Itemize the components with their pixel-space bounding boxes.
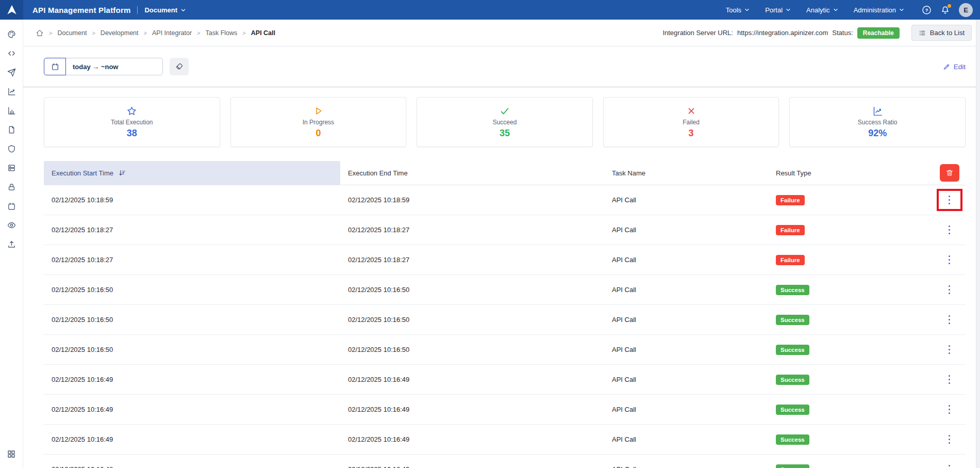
chevron-down-icon xyxy=(899,7,904,12)
upload-icon[interactable] xyxy=(2,235,21,254)
date-range-filter: today → ~now xyxy=(44,58,163,75)
stat-value: 38 xyxy=(127,128,137,139)
breadcrumb-bar: > Document> Development> API Integrator>… xyxy=(23,20,980,46)
cell-actions xyxy=(933,425,966,454)
breadcrumb-item[interactable]: Document xyxy=(57,29,87,37)
stat-label: Success Ratio xyxy=(858,119,898,126)
brand-title: API Management Platform xyxy=(32,6,130,14)
table-row: 02/12/2025 10:16:50 02/12/2025 10:16:50 … xyxy=(44,275,966,305)
paper-plane-icon[interactable] xyxy=(2,63,21,82)
scrollbar[interactable] xyxy=(976,20,980,468)
brand-separator xyxy=(137,6,138,14)
shield-icon[interactable] xyxy=(2,139,21,158)
delete-all-button[interactable] xyxy=(940,164,959,182)
row-menu-kebab-icon[interactable] xyxy=(941,221,958,239)
column-header-task-name[interactable]: Task Name xyxy=(604,161,768,185)
calendar-icon xyxy=(51,62,59,71)
row-menu-kebab-icon[interactable] xyxy=(941,191,958,209)
apps-grid-icon[interactable] xyxy=(2,444,21,463)
column-header-execution-start-time[interactable]: Execution Start Time xyxy=(44,161,340,185)
result-badge: Failure xyxy=(776,255,805,265)
menu-analytic[interactable]: Analytic xyxy=(806,6,838,14)
trash-icon xyxy=(945,169,954,177)
app-logo[interactable] xyxy=(0,0,23,20)
menu-administration[interactable]: Administration xyxy=(854,6,904,14)
stat-label: Failed xyxy=(683,119,700,126)
row-menu-kebab-icon[interactable] xyxy=(941,251,958,269)
cell-task-name: API Call xyxy=(604,185,768,215)
eye-icon[interactable] xyxy=(2,216,21,235)
row-menu-kebab-icon[interactable] xyxy=(941,341,958,359)
breadcrumb: > Document> Development> API Integrator>… xyxy=(36,29,275,37)
back-to-list-label: Back to List xyxy=(930,29,965,37)
play-icon xyxy=(313,105,323,117)
table-row: 02/12/2025 10:16:49 02/12/2025 10:16:49 … xyxy=(44,365,966,395)
date-range-input[interactable]: today → ~now xyxy=(66,58,162,75)
column-header-execution-end-time[interactable]: Execution End Time xyxy=(340,161,604,185)
cell-execution-end-time: 02/12/2025 10:16:49 xyxy=(340,365,604,394)
x-icon xyxy=(686,105,696,117)
pencil-icon xyxy=(943,63,950,70)
breadcrumb-item[interactable]: Task Flows xyxy=(206,29,238,37)
breadcrumb-item[interactable]: API Integrator xyxy=(152,29,192,37)
result-badge: Success xyxy=(776,375,809,385)
clear-filter-button[interactable] xyxy=(170,58,189,75)
cell-result-type: Failure xyxy=(768,215,933,245)
row-menu-kebab-icon[interactable] xyxy=(941,401,958,418)
notifications-bell-icon[interactable] xyxy=(940,5,950,15)
cell-task-name: API Call xyxy=(604,335,768,364)
row-menu-kebab-icon[interactable] xyxy=(941,431,958,448)
row-menu-kebab-icon[interactable] xyxy=(941,281,958,299)
cell-execution-start-time: 02/12/2025 10:16:49 xyxy=(44,425,340,454)
home-icon[interactable] xyxy=(36,29,44,37)
stat-card-failed: Failed 3 xyxy=(603,97,779,147)
cell-execution-end-time: 02/12/2025 10:16:49 xyxy=(340,395,604,424)
server-icon[interactable] xyxy=(2,158,21,177)
menu-portal[interactable]: Portal xyxy=(765,6,791,14)
cell-actions xyxy=(933,245,966,275)
calendar-picker-button[interactable] xyxy=(44,58,66,75)
bar-chart-icon[interactable] xyxy=(2,101,21,120)
table-body: 02/12/2025 10:18:59 02/12/2025 10:18:59 … xyxy=(44,185,966,468)
cell-result-type: Success xyxy=(768,455,933,468)
column-header-result-type[interactable]: Result Type xyxy=(768,161,933,185)
breadcrumb-separator: > xyxy=(144,30,147,36)
context-menu-label: Document xyxy=(144,6,177,14)
code-icon[interactable] xyxy=(2,44,21,63)
menu-tools[interactable]: Tools xyxy=(726,6,750,14)
cell-execution-end-time: 02/12/2025 10:16:49 xyxy=(340,425,604,454)
help-icon[interactable]: ? xyxy=(922,5,932,15)
cell-execution-start-time: 02/12/2025 10:16:50 xyxy=(44,305,340,334)
table-row: 02/12/2025 10:16:50 02/12/2025 10:16:50 … xyxy=(44,305,966,335)
user-avatar[interactable]: E xyxy=(959,3,973,17)
breadcrumb-item[interactable]: Development xyxy=(101,29,139,37)
sort-descending-icon xyxy=(118,169,126,177)
row-menu-kebab-icon[interactable] xyxy=(941,371,958,389)
navbar-icons: ? E xyxy=(922,3,980,17)
table-row: 02/12/2025 10:18:27 02/12/2025 10:18:27 … xyxy=(44,215,966,245)
stat-label: In Progress xyxy=(303,119,334,126)
stat-value: 3 xyxy=(689,128,694,139)
calendar-icon[interactable] xyxy=(2,197,21,216)
trend-icon xyxy=(872,105,883,117)
file-icon[interactable] xyxy=(2,120,21,139)
main-content: > Document> Development> API Integrator>… xyxy=(23,20,980,468)
cell-execution-end-time: 02/12/2025 10:16:50 xyxy=(340,275,604,304)
row-menu-kebab-icon[interactable] xyxy=(941,461,958,468)
row-menu-kebab-icon[interactable] xyxy=(941,311,958,329)
result-badge: Success xyxy=(776,405,809,415)
result-badge: Success xyxy=(776,285,809,295)
check-icon xyxy=(499,105,510,117)
cell-execution-start-time: 02/12/2025 10:16:48 xyxy=(44,455,340,468)
edit-button[interactable]: Edit xyxy=(943,63,966,71)
palette-icon[interactable] xyxy=(2,25,21,44)
line-chart-icon[interactable] xyxy=(2,82,21,101)
lock-icon[interactable] xyxy=(2,177,21,197)
back-to-list-button[interactable]: Back to List xyxy=(911,25,972,41)
stat-card-success-ratio: Success Ratio 92% xyxy=(789,97,966,147)
context-menu-document[interactable]: Document xyxy=(144,6,186,14)
cell-task-name: API Call xyxy=(604,245,768,275)
cell-task-name: API Call xyxy=(604,215,768,245)
chevron-down-icon xyxy=(180,7,186,13)
stat-value: 35 xyxy=(500,128,510,139)
